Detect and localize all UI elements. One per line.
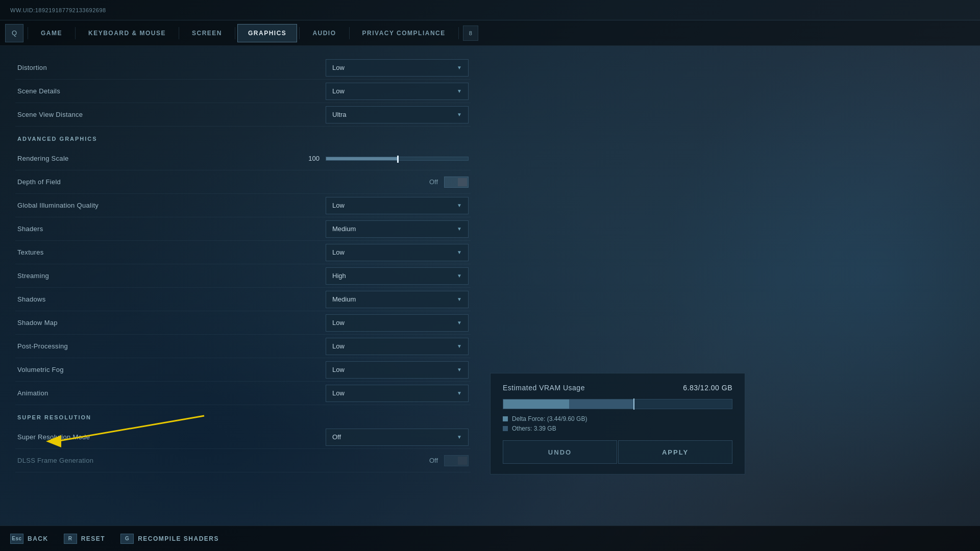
vram-legend-others: Others: 3.39 GB bbox=[503, 425, 732, 432]
global-illumination-arrow-icon: ▼ bbox=[457, 203, 462, 208]
recompile-key: G bbox=[120, 534, 134, 544]
streaming-dropdown[interactable]: High ▼ bbox=[326, 267, 469, 285]
depth-of-field-label: Depth of Field bbox=[17, 178, 429, 186]
super-resolution-mode-dropdown[interactable]: Off ▼ bbox=[326, 429, 469, 446]
depth-of-field-knob bbox=[458, 178, 467, 186]
setting-shaders: Shaders Medium ▼ bbox=[15, 217, 471, 241]
vram-others-dot bbox=[503, 426, 508, 431]
textures-label: Textures bbox=[17, 248, 326, 256]
dlss-frame-gen-toggle-label: Off bbox=[429, 457, 438, 464]
volumetric-fog-arrow-icon: ▼ bbox=[457, 367, 462, 372]
setting-depth-of-field: Depth of Field Off bbox=[15, 170, 471, 194]
rendering-scale-label: Rendering Scale bbox=[17, 155, 302, 162]
global-illumination-dropdown[interactable]: Low ▼ bbox=[326, 197, 469, 214]
back-button[interactable]: Esc Back bbox=[10, 534, 48, 544]
tab-graphics[interactable]: GRAPHICS bbox=[237, 24, 297, 42]
streaming-label: Streaming bbox=[17, 272, 326, 280]
setting-super-resolution-mode: Super Resolution Mode Off ▼ bbox=[15, 425, 471, 449]
rendering-scale-slider-container: 100 bbox=[302, 155, 469, 162]
shadows-arrow-icon: ▼ bbox=[457, 296, 462, 302]
setting-global-illumination: Global Illumination Quality Low ▼ bbox=[15, 194, 471, 217]
top-bar: WW.UID:189219187792133692698 bbox=[0, 0, 980, 20]
settings-panel: Distortion Low ▼ Scene Details Low ▼ Sce… bbox=[15, 56, 475, 515]
nav-divider-6 bbox=[349, 27, 350, 39]
streaming-arrow-icon: ▼ bbox=[457, 273, 462, 279]
textures-dropdown[interactable]: Low ▼ bbox=[326, 244, 469, 261]
tab-audio[interactable]: AUDIO bbox=[302, 24, 347, 42]
setting-post-processing: Post-Processing Low ▼ bbox=[15, 335, 471, 358]
tab-screen[interactable]: SCREEN bbox=[181, 24, 233, 42]
rendering-scale-fill bbox=[326, 157, 397, 160]
nav-divider-2 bbox=[75, 27, 76, 39]
vram-header: Estimated VRAM Usage 6.83/12.00 GB bbox=[503, 384, 732, 392]
apply-button[interactable]: APPLY bbox=[618, 440, 732, 464]
shaders-label: Shaders bbox=[17, 225, 326, 233]
distortion-label: Distortion bbox=[17, 64, 326, 71]
settings-scroll[interactable]: Distortion Low ▼ Scene Details Low ▼ Sce… bbox=[15, 56, 475, 515]
scene-details-dropdown[interactable]: Low ▼ bbox=[326, 83, 469, 100]
shaders-arrow-icon: ▼ bbox=[457, 226, 462, 232]
vram-bar-container bbox=[503, 399, 732, 409]
shaders-dropdown[interactable]: Medium ▼ bbox=[326, 220, 469, 238]
vram-title: Estimated VRAM Usage bbox=[503, 384, 585, 392]
shadows-label: Shadows bbox=[17, 295, 326, 303]
main-container: WW.UID:189219187792133692698 Q GAME KEYB… bbox=[0, 0, 980, 551]
rendering-scale-thumb bbox=[397, 156, 399, 163]
action-buttons: UNDO APPLY bbox=[503, 440, 732, 464]
setting-textures: Textures Low ▼ bbox=[15, 241, 471, 264]
depth-of-field-toggle[interactable] bbox=[444, 177, 469, 188]
dlss-frame-gen-label: DLSS Frame Generation bbox=[17, 457, 429, 464]
setting-animation: Animation Low ▼ bbox=[15, 382, 471, 405]
shadow-map-arrow-icon: ▼ bbox=[457, 320, 462, 325]
undo-button[interactable]: UNDO bbox=[503, 440, 617, 464]
setting-shadow-map: Shadow Map Low ▼ bbox=[15, 311, 471, 335]
setting-rendering-scale: Rendering Scale 100 bbox=[15, 147, 471, 170]
dlss-frame-gen-toggle[interactable] bbox=[444, 455, 469, 466]
scene-view-distance-label: Scene View Distance bbox=[17, 111, 326, 118]
tab-keyboard-mouse[interactable]: KEYBOARD & MOUSE bbox=[78, 24, 177, 42]
rendering-scale-track[interactable] bbox=[326, 157, 469, 161]
nav-icon-left[interactable]: Q bbox=[5, 24, 23, 42]
textures-arrow-icon: ▼ bbox=[457, 249, 462, 255]
dlss-frame-gen-toggle-container: Off bbox=[429, 455, 469, 466]
distortion-dropdown[interactable]: Low ▼ bbox=[326, 59, 469, 77]
recompile-shaders-button[interactable]: G Recompile Shaders bbox=[120, 534, 219, 544]
setting-volumetric-fog: Volumetric Fog Low ▼ bbox=[15, 358, 471, 382]
reset-label: Reset bbox=[81, 535, 106, 542]
post-processing-label: Post-Processing bbox=[17, 342, 326, 350]
nav-divider-5 bbox=[299, 27, 300, 39]
dlss-frame-gen-knob bbox=[458, 457, 467, 465]
back-label: Back bbox=[28, 535, 48, 542]
vram-delta-dot bbox=[503, 416, 508, 421]
global-illumination-label: Global Illumination Quality bbox=[17, 202, 326, 209]
uid-text: WW.UID:189219187792133692698 bbox=[10, 7, 106, 13]
advanced-graphics-header: ADVANCED GRAPHICS bbox=[15, 127, 471, 147]
tab-privacy[interactable]: PRIVACY COMPLIANCE bbox=[352, 24, 456, 42]
post-processing-arrow-icon: ▼ bbox=[457, 343, 462, 349]
right-panel: Estimated VRAM Usage 6.83/12.00 GB Delta… bbox=[490, 56, 965, 515]
volumetric-fog-label: Volumetric Fog bbox=[17, 366, 326, 373]
bottom-bar: Esc Back R Reset G Recompile Shaders bbox=[0, 525, 980, 551]
vram-bar-marker bbox=[633, 398, 634, 410]
setting-distortion: Distortion Low ▼ bbox=[15, 56, 471, 80]
animation-dropdown[interactable]: Low ▼ bbox=[326, 385, 469, 402]
nav-icon-right[interactable]: 8 bbox=[463, 26, 478, 41]
back-key: Esc bbox=[10, 534, 23, 544]
shadows-dropdown[interactable]: Medium ▼ bbox=[326, 291, 469, 308]
scene-details-label: Scene Details bbox=[17, 87, 326, 95]
shadow-map-dropdown[interactable]: Low ▼ bbox=[326, 314, 469, 332]
vram-legend-delta: Delta Force: (3.44/9.60 GB) bbox=[503, 415, 732, 422]
tab-game[interactable]: GAME bbox=[30, 24, 73, 42]
scene-details-arrow-icon: ▼ bbox=[457, 88, 462, 94]
vram-value: 6.83/12.00 GB bbox=[683, 384, 732, 392]
super-resolution-mode-label: Super Resolution Mode bbox=[17, 433, 326, 441]
super-resolution-mode-arrow-icon: ▼ bbox=[457, 434, 462, 440]
depth-of-field-toggle-container: Off bbox=[429, 177, 469, 188]
super-resolution-header: SUPER RESOLUTION bbox=[15, 405, 471, 425]
volumetric-fog-dropdown[interactable]: Low ▼ bbox=[326, 361, 469, 379]
post-processing-dropdown[interactable]: Low ▼ bbox=[326, 338, 469, 355]
scene-view-distance-arrow-icon: ▼ bbox=[457, 112, 462, 117]
scene-view-distance-dropdown[interactable]: Ultra ▼ bbox=[326, 106, 469, 123]
shadow-map-label: Shadow Map bbox=[17, 319, 326, 327]
reset-button[interactable]: R Reset bbox=[64, 534, 106, 544]
